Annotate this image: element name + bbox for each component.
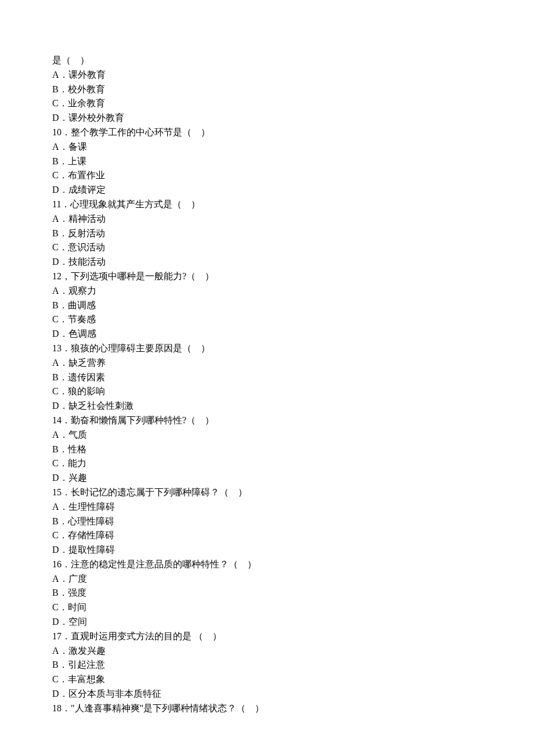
text-line: A．生理性障碍 [52,500,482,514]
text-line: A．精神活动 [52,212,482,226]
text-line: B．强度 [52,586,482,600]
text-line: D．缺乏社会性刺激 [52,399,482,413]
text-line: 16．注意的稳定性是注意品质的哪种特性？（ ） [52,557,482,572]
text-line: B．校外教育 [52,82,482,97]
text-line: C．存储性障碍 [52,528,482,543]
text-line: 11．心理现象就其产生方式是（ ） [52,197,482,212]
text-line: D．空间 [52,615,482,629]
text-line: C．节奏感 [52,312,482,327]
text-line: D．色调感 [52,327,482,341]
text-line: 18．"人逢喜事精神爽"是下列哪种情绪状态？（ ） [52,701,482,716]
text-line: B．遗传因素 [52,370,482,385]
text-line: C．布置作业 [52,168,482,183]
text-line: 14．勤奋和懒惰属下列哪种特性?（ ） [52,413,482,428]
text-line: B．性格 [52,442,482,457]
exam-page: 是（ ） A．课外教育 B．校外教育 C．业余教育 D．课外校外教育 10．整个… [0,0,534,756]
text-line: 10．整个教学工作的中心环节是（ ） [52,125,482,140]
text-line: A．观察力 [52,284,482,298]
text-line: 是（ ） [52,53,482,68]
text-line: A．备课 [52,140,482,154]
text-line: C．狼的影响 [52,384,482,399]
text-line: A．广度 [52,572,482,586]
text-line: 12，下列选项中哪种是一般能力?（ ） [52,269,482,284]
text-line: C．丰富想象 [52,672,482,687]
text-line: D．区分本质与非本质特征 [52,687,482,701]
text-line: D．提取性障碍 [52,543,482,557]
text-line: C．意识活动 [52,240,482,255]
text-line: 17．直观时运用变式方法的目的是 （ ） [52,629,482,644]
text-line: A．课外教育 [52,68,482,82]
text-line: B．反射活动 [52,226,482,241]
text-line: D．兴趣 [52,471,482,485]
text-line: A．气质 [52,428,482,442]
text-line: 13．狼孩的心理障碍主要原因是（ ） [52,341,482,356]
text-line: D．成绩评定 [52,183,482,197]
text-line: D．技能活动 [52,255,482,269]
text-line: A．激发兴趣 [52,644,482,658]
text-line: B．曲调感 [52,298,482,313]
text-line: B．心理性障碍 [52,514,482,529]
text-line: B．引起注意 [52,658,482,672]
text-line: C．时间 [52,600,482,615]
text-line: 15．长时记忆的遗忘属于下列哪种障碍？（ ） [52,485,482,500]
text-line: D．课外校外教育 [52,111,482,125]
text-line: A．缺乏营养 [52,356,482,370]
text-line: C．能力 [52,456,482,471]
text-line: C．业余教育 [52,96,482,111]
text-line: B．上课 [52,154,482,169]
